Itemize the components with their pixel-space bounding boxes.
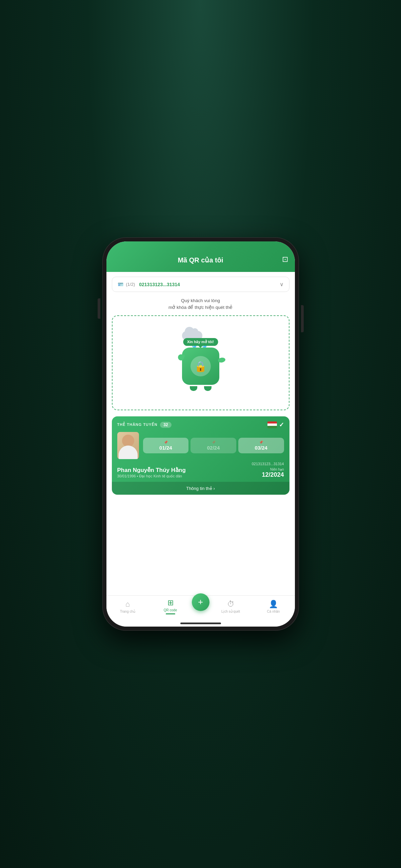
qr-lock-area: 💧💧 Xin hãy mở tôi! 🔒 (112, 315, 289, 410)
mascot-ear-right (217, 357, 225, 363)
personal-icon: 👤 (269, 600, 278, 609)
scan-icon[interactable]: ⊡ (282, 255, 288, 264)
bottom-nav: ⌂ Trang chủ ⊞ QR code + ⏱ Lịch sử quét 👤 (106, 595, 295, 620)
mascot-feet (190, 386, 212, 391)
card-top-row: THẺ THĂNG TUYẾN 32 ✓ (117, 421, 284, 429)
expiry-label: Niên hạn (262, 468, 284, 471)
pin-icon-2: 📌 (192, 440, 235, 444)
pin-icon-3: 📌 (240, 440, 283, 444)
card-info-link-text: Thông tin thẻ › (186, 486, 215, 491)
card-icons-right: ✓ (267, 421, 284, 429)
qrcode-icon: ⊞ (167, 598, 174, 607)
lock-message-line1: Quý khách vui lòng (181, 298, 220, 303)
lock-message: Quý khách vui lòng mở khóa để thực hiện … (106, 295, 295, 313)
nav-item-qrcode[interactable]: ⊞ QR code (149, 598, 192, 614)
fab-button[interactable]: + (192, 593, 209, 611)
home-indicator (106, 620, 295, 627)
card-user-name: Phan Nguyễn Thúy Hằng (117, 467, 186, 474)
fab-plus-icon: + (198, 597, 203, 607)
month-btn-date-3: 03/24 (240, 445, 283, 451)
month-buttons: 📌 01/24 📌 02/24 📌 03/24 (143, 438, 284, 453)
mascot-ear-left (177, 353, 185, 361)
card-type-label: THẺ THĂNG TUYẾN (117, 422, 158, 427)
card-chip-icon: 🪪 (118, 282, 123, 287)
mascot-body: Xin hãy mở tôi! 🔒 (182, 348, 219, 385)
card-info-link[interactable]: Thông tin thẻ › (112, 482, 289, 495)
foot-right (204, 386, 212, 391)
pin-icon-1: 📌 (144, 440, 187, 444)
flag-icon (267, 421, 277, 428)
header: Mã QR của tôi ⊡ (106, 241, 295, 272)
card-number-display: 021313123...31314 (139, 282, 180, 287)
card-selector-left: 🪪 (1/2) 021313123...31314 (118, 282, 180, 287)
nav-label-personal: Cá nhân (267, 610, 280, 613)
nav-active-indicator (166, 613, 175, 614)
page-title: Mã QR của tôi (178, 256, 223, 264)
month-btn-date-2: 02/24 (192, 445, 235, 451)
member-card: THẺ THĂNG TUYẾN 32 ✓ (112, 416, 289, 495)
nav-label-home: Trang chủ (120, 610, 135, 613)
card-bottom: 021313123...31314 Phan Nguyễn Thúy Hằng … (117, 462, 284, 478)
check-icon: ✓ (279, 421, 284, 429)
month-btn-date-1: 01/24 (144, 445, 187, 451)
card-account-number: 021313123...31314 (117, 462, 284, 466)
foot-left (190, 386, 197, 391)
mascot-container: 💧💧 Xin hãy mở tôi! 🔒 (182, 331, 219, 391)
month-btn-3[interactable]: 📌 03/24 (238, 438, 284, 453)
avatar-head (122, 435, 134, 447)
card-middle: 📌 01/24 📌 02/24 📌 03/24 (117, 432, 284, 459)
main-content: 🪪 (1/2) 021313123...31314 ∨ Quý khách vu… (106, 272, 295, 595)
app-screen: Mã QR của tôi ⊡ 🪪 (1/2) 021313123...3131… (106, 241, 295, 627)
lock-icon: 🔒 (194, 360, 207, 372)
lock-message-line2: mở khóa để thực hiện quét thẻ (168, 305, 233, 310)
nav-item-history[interactable]: ⏱ Lịch sử quét (209, 600, 252, 613)
phone-screen: Mã QR của tôi ⊡ 🪪 (1/2) 021313123...3131… (106, 241, 295, 627)
card-selector[interactable]: 🪪 (1/2) 021313123...31314 ∨ (112, 277, 289, 292)
phone-frame: Mã QR của tôi ⊡ 🪪 (1/2) 021313123...3131… (102, 237, 299, 631)
nav-label-history: Lịch sử quét (221, 610, 240, 613)
card-user-detail: 30/01/1996 • Đại học Kinh tế quốc dân (117, 474, 186, 478)
avatar-face (117, 432, 139, 459)
month-btn-1[interactable]: 📌 01/24 (143, 438, 189, 453)
expiry-block: Niên hạn 12/2024 (262, 468, 284, 478)
lock-circle: 🔒 (191, 356, 211, 376)
history-icon: ⏱ (227, 600, 235, 609)
mascot-speech-bubble: Xin hãy mở tôi! (183, 338, 218, 346)
expiry-date: 12/2024 (262, 471, 284, 478)
nav-label-qrcode: QR code (164, 608, 177, 612)
home-icon: ⌂ (125, 600, 130, 609)
card-number-badge: 32 (160, 422, 171, 428)
chevron-down-icon[interactable]: ∨ (280, 281, 284, 288)
avatar-body (119, 446, 138, 459)
nav-item-personal[interactable]: 👤 Cá nhân (252, 600, 295, 613)
user-photo (117, 432, 139, 459)
month-btn-2[interactable]: 📌 02/24 (191, 438, 236, 453)
home-bar (180, 623, 221, 624)
card-index-label: (1/2) (126, 282, 135, 287)
nav-item-home[interactable]: ⌂ Trang chủ (106, 600, 149, 613)
